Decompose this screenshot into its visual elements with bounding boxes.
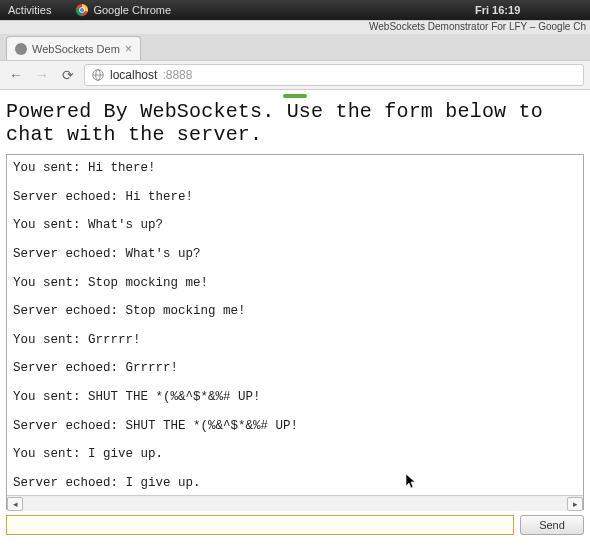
tab-title: WebSockets Demonstrato — [32, 43, 120, 55]
chat-message: Server echoed: What's up? — [13, 247, 577, 263]
message-input[interactable] — [6, 515, 514, 535]
chrome-icon — [75, 3, 89, 17]
url-host: localhost — [110, 68, 157, 82]
reload-button[interactable]: ⟳ — [58, 65, 78, 85]
chat-message: Server echoed: Grrrrr! — [13, 361, 577, 377]
chat-message: You sent: Hi there! — [13, 161, 577, 177]
forward-button[interactable]: → — [32, 65, 52, 85]
activities-button[interactable]: Activities — [8, 4, 51, 16]
input-row: Send — [6, 515, 584, 535]
chat-message: You sent: SHUT THE *(%&^$*&%# UP! — [13, 390, 577, 406]
address-bar[interactable]: localhost:8888 — [84, 64, 584, 86]
back-button[interactable]: ← — [6, 65, 26, 85]
svg-point-2 — [80, 8, 84, 12]
scroll-left-button[interactable]: ◂ — [7, 497, 23, 511]
close-tab-icon[interactable]: × — [125, 42, 132, 56]
chat-message: You sent: What's up? — [13, 218, 577, 234]
browser-tab[interactable]: WebSockets Demonstrato × — [6, 36, 141, 60]
chat-log[interactable]: You sent: Hi there!Server echoed: Hi the… — [7, 155, 583, 495]
chat-box: You sent: Hi there!Server echoed: Hi the… — [6, 154, 584, 510]
favicon-icon — [15, 43, 27, 55]
page-content: Powered By WebSockets. Use the form belo… — [0, 90, 590, 541]
chat-message: Server echoed: I give up. — [13, 476, 577, 492]
chat-message: Server echoed: Stop mocking me! — [13, 304, 577, 320]
tab-strip: WebSockets Demonstrato × — [0, 34, 590, 60]
send-button[interactable]: Send — [520, 515, 584, 535]
page-heading: Powered By WebSockets. Use the form belo… — [6, 100, 584, 146]
active-app-indicator[interactable]: Google Chrome — [75, 3, 171, 17]
chat-message: Server echoed: SHUT THE *(%&^$*&%# UP! — [13, 419, 577, 435]
chat-message: You sent: I give up. — [13, 447, 577, 463]
clock[interactable]: Fri 16:19 — [475, 4, 520, 16]
globe-icon — [91, 68, 105, 82]
chat-message: Server echoed: Hi there! — [13, 190, 577, 206]
chat-message: You sent: Grrrrr! — [13, 333, 577, 349]
status-indicator — [283, 94, 307, 98]
gnome-topbar: Activities Google Chrome Fri 16:19 — [0, 0, 590, 20]
url-port: :8888 — [162, 68, 192, 82]
window-titlebar: WebSockets Demonstrator For LFY – Google… — [0, 20, 590, 34]
chat-message: You sent: Stop mocking me! — [13, 276, 577, 292]
scroll-track[interactable] — [23, 497, 567, 511]
horizontal-scrollbar[interactable]: ◂ ▸ — [7, 495, 583, 511]
browser-toolbar: ← → ⟳ localhost:8888 — [0, 60, 590, 90]
scroll-right-button[interactable]: ▸ — [567, 497, 583, 511]
app-label: Google Chrome — [93, 4, 171, 16]
